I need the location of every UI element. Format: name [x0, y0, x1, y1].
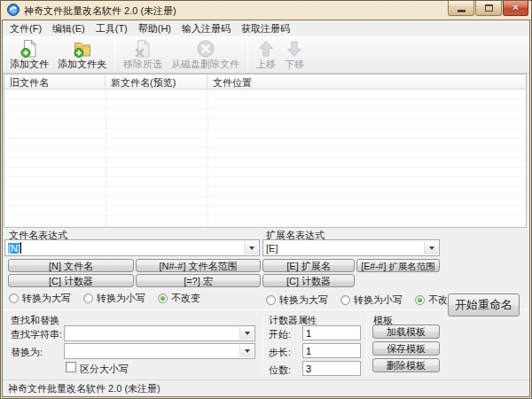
insert-macro-button[interactable]: [=?] 宏 [136, 274, 261, 287]
column-divider [106, 90, 106, 227]
column-header-new-filename-preview[interactable]: 新文件名(预览) [106, 74, 207, 89]
dropdown-arrow-icon[interactable] [424, 241, 438, 254]
move-down-icon [285, 39, 304, 59]
insert-filename-range-button[interactable]: [N#-#] 文件名范围 [136, 259, 261, 272]
move-down-label: 下移 [285, 59, 304, 70]
column-header-old-filename[interactable]: 旧文件名 [4, 74, 106, 89]
case-sensitive-label: 区分大小写 [80, 363, 129, 376]
app-icon [7, 4, 20, 16]
menu-bar: 文件(F) 编辑(E) 工具(T) 帮助(H) 输入注册码 获取注册码 [3, 20, 529, 36]
radio-icon [340, 295, 350, 305]
find-replace-title: 查找和替换 [11, 314, 59, 327]
load-template-button[interactable]: 加载模板 [372, 325, 440, 339]
file-table: 旧文件名 新文件名(预览) 文件位置 [4, 74, 527, 228]
start-rename-button[interactable]: 开始重命名 [448, 293, 520, 317]
insert-extension-counter-button[interactable]: [C] 计数器 [262, 274, 355, 287]
extension-lowercase-option[interactable]: 转换为小写 [340, 293, 403, 307]
add-file-button[interactable]: 添加文件 [5, 38, 53, 72]
move-up-label: 上移 [256, 59, 276, 70]
filename-case-radio-group: 转换为大写 转换为小写 不改变 [9, 292, 200, 305]
close-icon: ✕ [512, 4, 519, 12]
dropdown-arrow-icon[interactable] [239, 345, 254, 357]
filename-lowercase-option[interactable]: 转换为小写 [83, 292, 145, 305]
radio-icon [83, 293, 93, 303]
move-up-icon [256, 39, 276, 59]
replace-with-combo[interactable] [64, 343, 255, 359]
file-table-body[interactable] [4, 90, 526, 227]
add-folder-icon [73, 39, 92, 59]
radio-icon-checked [158, 293, 168, 303]
delete-from-disk-button[interactable]: 从磁盘删除文件 [167, 38, 244, 72]
delete-from-disk-label: 从磁盘删除文件 [171, 59, 239, 70]
insert-filename-button[interactable]: [N] 文件名 [8, 259, 134, 272]
window-controls: ✕ [447, 1, 528, 16]
menu-help[interactable]: 帮助(H) [133, 20, 176, 37]
find-string-combo[interactable] [64, 325, 255, 341]
toolbar: 添加文件 添加文件夹 [3, 36, 529, 74]
toolbar-separator [114, 40, 115, 70]
insert-extension-button[interactable]: [E] 扩展名 [262, 259, 355, 272]
remove-selected-button[interactable]: 移除所选 [119, 38, 167, 72]
dropdown-arrow-icon[interactable] [244, 241, 258, 254]
add-folder-button[interactable]: 添加文件夹 [53, 38, 111, 72]
case-sensitive-checkbox[interactable] [66, 362, 76, 372]
extension-expression-combo[interactable]: [E] [262, 239, 440, 256]
extension-expression-value: [E] [266, 243, 278, 254]
replace-with-label: 替换为: [11, 346, 43, 359]
section-divider [262, 314, 263, 376]
filename-uppercase-option[interactable]: 转换为大写 [9, 292, 71, 305]
counter-start-input[interactable] [302, 325, 361, 340]
status-bar: 神奇文件批量改名软件 2.0 (未注册) [3, 379, 529, 396]
extension-case-radio-group: 转换为大写 转换为小写 不改变 [266, 293, 458, 307]
app-window: 神奇文件批量改名软件 2.0 (未注册) ✕ 文件(F) 编辑(E) 工具(T)… [0, 0, 532, 399]
counter-step-label: 步长: [269, 346, 291, 359]
client-area: 文件(F) 编辑(E) 工具(T) 帮助(H) 输入注册码 获取注册码 [2, 20, 530, 397]
delete-template-button[interactable]: 删除模板 [372, 358, 440, 372]
move-up-button[interactable]: 上移 [252, 38, 280, 72]
counter-digits-input[interactable] [302, 361, 361, 376]
counter-digits-label: 位数: [269, 364, 291, 377]
menu-enter-registration-code[interactable]: 输入注册码 [176, 20, 236, 37]
radio-icon [9, 293, 19, 303]
insert-extension-range-button[interactable]: [E#-#] 扩展名范围 [356, 259, 440, 272]
filename-expression-combo[interactable]: [N] [4, 239, 260, 256]
remove-selected-icon [133, 39, 153, 59]
move-down-button[interactable]: 下移 [280, 38, 309, 72]
window-title: 神奇文件批量改名软件 2.0 (未注册) [24, 4, 176, 18]
filename-expression-value: [N] [8, 243, 20, 254]
add-folder-label: 添加文件夹 [58, 59, 106, 70]
save-template-button[interactable]: 保存模板 [372, 341, 440, 356]
remove-selected-label: 移除所选 [123, 59, 162, 70]
add-file-icon [20, 39, 39, 59]
radio-icon [266, 295, 276, 305]
filename-nochange-option[interactable]: 不改变 [158, 292, 200, 305]
dropdown-arrow-icon[interactable] [239, 327, 254, 340]
counter-step-input[interactable] [302, 343, 361, 358]
close-button[interactable]: ✕ [503, 1, 528, 16]
column-divider [207, 90, 208, 227]
file-table-header: 旧文件名 新文件名(预览) 文件位置 [4, 74, 526, 90]
minimize-icon [458, 10, 466, 12]
add-file-label: 添加文件 [10, 59, 49, 70]
menu-file[interactable]: 文件(F) [4, 20, 47, 37]
text-cursor [20, 242, 21, 254]
delete-from-disk-icon [196, 39, 215, 59]
minimize-button[interactable] [448, 1, 474, 16]
extension-uppercase-option[interactable]: 转换为大写 [266, 293, 328, 307]
counter-start-label: 开始: [269, 328, 291, 341]
section-divider [366, 314, 367, 376]
insert-counter-button[interactable]: [C] 计数器 [8, 274, 134, 287]
status-text: 神奇文件批量改名软件 2.0 (未注册) [8, 382, 160, 395]
maximize-icon [485, 4, 493, 12]
toolbar-separator [247, 40, 248, 70]
titlebar[interactable]: 神奇文件批量改名软件 2.0 (未注册) ✕ [0, 0, 532, 20]
find-string-label: 查找字符串: [11, 328, 62, 341]
menu-tools[interactable]: 工具(T) [90, 20, 133, 37]
radio-icon-checked [415, 295, 425, 305]
maximize-button[interactable] [475, 1, 502, 16]
menu-edit[interactable]: 编辑(E) [47, 20, 90, 37]
column-header-file-location[interactable]: 文件位置 [207, 74, 526, 89]
menu-get-registration-code[interactable]: 获取注册码 [236, 20, 295, 37]
